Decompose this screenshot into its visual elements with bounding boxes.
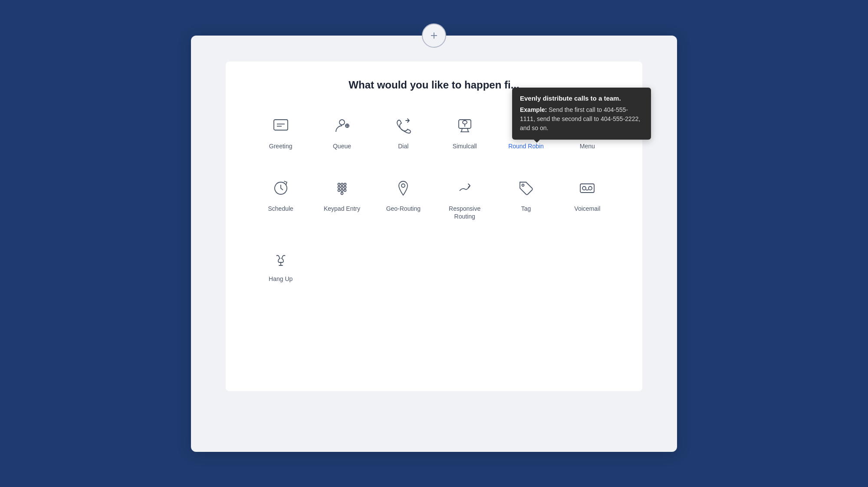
option-hang-up[interactable]: Hang Up xyxy=(252,241,309,288)
svg-line-10 xyxy=(461,128,462,132)
keypad-entry-label: Keypad Entry xyxy=(324,205,360,212)
screen: Evenly distribute calls to a team. Examp… xyxy=(191,36,677,452)
option-greeting[interactable]: Greeting xyxy=(252,108,309,155)
svg-point-44 xyxy=(338,186,340,188)
keypad-entry-icon xyxy=(330,176,354,200)
simulcall-label: Simulcall xyxy=(453,142,477,150)
add-step-button[interactable] xyxy=(422,23,446,48)
hang-up-icon xyxy=(269,246,293,271)
tag-label: Tag xyxy=(521,205,531,212)
option-voicemail[interactable]: Voicemail xyxy=(559,171,616,226)
queue-label: Queue xyxy=(333,142,351,150)
tooltip-title: Evenly distribute calls to a team. xyxy=(520,95,643,102)
geo-routing-icon xyxy=(391,176,415,200)
svg-point-52 xyxy=(522,184,524,186)
outer-frame: Evenly distribute calls to a team. Examp… xyxy=(0,0,868,487)
svg-point-47 xyxy=(338,189,340,191)
round-robin-tooltip: Evenly distribute calls to a team. Examp… xyxy=(512,88,651,140)
selection-card: Evenly distribute calls to a team. Examp… xyxy=(226,62,642,391)
svg-point-41 xyxy=(338,183,340,185)
geo-routing-label: Geo-Routing xyxy=(386,205,421,212)
svg-point-48 xyxy=(341,189,343,191)
svg-point-13 xyxy=(463,121,467,124)
dial-label: Dial xyxy=(398,142,408,150)
greeting-label: Greeting xyxy=(269,142,293,150)
option-tag[interactable]: Tag xyxy=(497,171,555,226)
simulcall-icon xyxy=(453,114,477,138)
svg-point-49 xyxy=(344,189,346,191)
option-geo-routing[interactable]: Geo-Routing xyxy=(375,171,432,226)
hang-up-label: Hang Up xyxy=(269,275,293,283)
option-schedule[interactable]: Schedule xyxy=(252,171,309,226)
svg-point-45 xyxy=(341,186,343,188)
svg-point-5 xyxy=(339,120,345,125)
responsive-routing-label: Responsive Routing xyxy=(439,205,490,220)
responsive-routing-icon xyxy=(453,176,477,200)
schedule-icon xyxy=(269,176,293,200)
option-dial[interactable]: Dial xyxy=(375,108,432,155)
empty-cell-5 xyxy=(559,241,616,288)
empty-cell-4 xyxy=(497,241,555,288)
svg-line-11 xyxy=(467,128,468,132)
svg-point-54 xyxy=(582,186,586,190)
svg-point-42 xyxy=(341,183,343,185)
tag-icon xyxy=(514,176,538,200)
tooltip-example-label: Example: xyxy=(520,106,547,113)
menu-label: Menu xyxy=(580,142,595,150)
option-responsive-routing[interactable]: Responsive Routing xyxy=(436,171,493,226)
voicemail-label: Voicemail xyxy=(574,205,600,212)
svg-rect-2 xyxy=(274,120,288,130)
dial-icon xyxy=(391,114,415,138)
svg-point-55 xyxy=(589,186,592,190)
voicemail-icon xyxy=(575,176,599,200)
empty-cell-1 xyxy=(313,241,371,288)
queue-icon xyxy=(330,114,354,138)
greeting-icon xyxy=(269,114,293,138)
svg-point-51 xyxy=(401,184,405,187)
empty-cell-2 xyxy=(375,241,432,288)
tooltip-body: Example: Send the first call to 404-555-… xyxy=(520,105,643,133)
svg-point-50 xyxy=(341,192,343,194)
option-keypad-entry[interactable]: Keypad Entry xyxy=(313,171,371,226)
option-queue[interactable]: Queue xyxy=(313,108,371,155)
schedule-label: Schedule xyxy=(268,205,293,212)
svg-point-43 xyxy=(344,183,346,185)
svg-point-46 xyxy=(344,186,346,188)
option-simulcall[interactable]: Simulcall xyxy=(436,108,493,155)
empty-cell-3 xyxy=(436,241,493,288)
